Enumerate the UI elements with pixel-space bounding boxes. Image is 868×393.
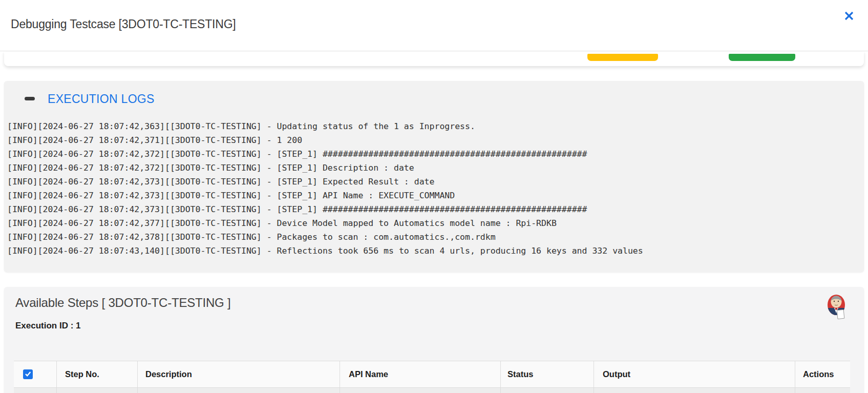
execution-logs-title[interactable]: EXECUTION LOGS (48, 92, 155, 106)
available-steps-title: Available Steps [ 3DOT0-TC-TESTING ] (15, 296, 230, 310)
steps-table: Step No. Description API Name Status Out… (14, 361, 850, 393)
close-button[interactable] (843, 10, 855, 22)
column-header-status: Status (500, 361, 594, 387)
partial-yellow-button[interactable] (587, 54, 658, 61)
log-output: [INFO][2024-06-27 18:07:42,363][[3DOT0-T… (7, 119, 857, 258)
column-header-actions: Actions (795, 361, 850, 387)
jenkins-icon[interactable] (825, 294, 847, 321)
available-steps-card: Available Steps [ 3DOT0-TC-TESTING ] Exe… (4, 287, 864, 393)
select-all-checkbox[interactable] (23, 369, 33, 379)
minus-icon (25, 97, 35, 100)
column-header-description: Description (137, 361, 340, 387)
column-header-api-name: API Name (340, 361, 500, 387)
modal-header: Debugging Testcase [3DOT0-TC-TESTING] (0, 0, 868, 51)
table-header-row: Step No. Description API Name Status Out… (14, 361, 850, 388)
execution-id-label: Execution ID : 1 (15, 321, 81, 331)
partial-green-button[interactable] (729, 54, 795, 61)
column-header-step-no: Step No. (56, 361, 137, 387)
scrolled-toolbar-card (4, 52, 864, 66)
page-title: Debugging Testcase [3DOT0-TC-TESTING] (11, 17, 236, 31)
select-all-cell (14, 361, 56, 387)
collapse-logs-button[interactable] (25, 97, 35, 100)
column-header-output: Output (594, 361, 795, 387)
check-icon (24, 370, 32, 379)
execution-logs-card: EXECUTION LOGS [INFO][2024-06-27 18:07:4… (4, 81, 864, 272)
table-row (14, 388, 850, 393)
x-icon (843, 15, 855, 23)
